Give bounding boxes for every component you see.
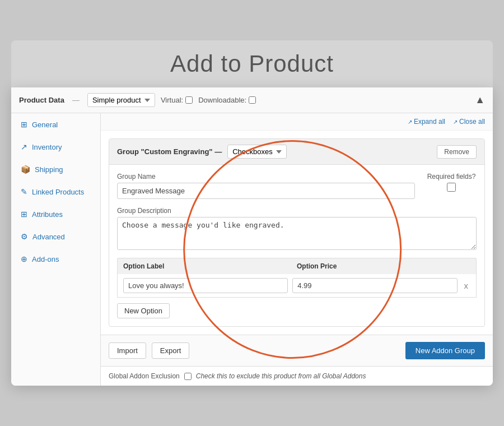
delete-option-button[interactable]: x — [462, 280, 471, 291]
option-label-header: Option Label — [123, 262, 297, 270]
collapse-button[interactable]: ▲ — [475, 94, 485, 106]
option-price-input[interactable] — [292, 278, 457, 293]
group-name-label: Group Name — [117, 173, 415, 180]
inventory-icon: ↗ — [21, 142, 27, 151]
product-data-bar: Product Data — Simple product Virtual: D… — [11, 87, 493, 113]
global-addon-label: Global Addon Exclusion — [109, 372, 180, 380]
export-button[interactable]: Export — [152, 342, 190, 359]
group-name-input[interactable] — [117, 183, 415, 199]
shipping-icon: 📦 — [21, 165, 30, 174]
sidebar-item-advanced[interactable]: ⚙ Advanced — [11, 225, 100, 248]
group-name-row: Group Name Required fields? — [117, 173, 477, 199]
downloadable-label: Downloadable: — [198, 96, 256, 104]
global-addon-bar: Global Addon Exclusion Check this to exc… — [101, 366, 493, 386]
sidebar-item-general[interactable]: ⊞ General — [11, 113, 100, 136]
group-card: Group "Custom Engraving" — Checkboxes Re… — [109, 138, 485, 327]
global-addon-description: Check this to exclude this product from … — [196, 372, 366, 380]
new-addon-group-button[interactable]: New Addon Group — [405, 342, 485, 359]
group-description-field: Group Description — [117, 207, 477, 250]
addons-icon: ⊕ — [21, 254, 27, 263]
new-option-button[interactable]: New Option — [117, 303, 170, 318]
product-data-dash: — — [72, 96, 80, 104]
group-type-select[interactable]: Checkboxes — [227, 145, 287, 159]
page-title: Add to Product — [11, 40, 493, 87]
sidebar: ⊞ General ↗ Inventory 📦 Shipping ✎ Linke… — [11, 113, 101, 386]
remove-button[interactable]: Remove — [437, 145, 477, 159]
product-type-select[interactable]: Simple product — [87, 93, 155, 107]
required-label: Required fields? — [427, 173, 476, 180]
group-description-textarea[interactable] — [117, 217, 477, 250]
group-body: Group Name Required fields? Group Descri… — [109, 165, 484, 326]
advanced-icon: ⚙ — [21, 232, 28, 241]
general-icon: ⊞ — [21, 120, 27, 129]
expand-close-bar: ↗ Expand all ↗ Close all — [101, 113, 493, 131]
product-data-label: Product Data — [19, 96, 64, 104]
options-table-header: Option Label Option Price — [117, 258, 477, 274]
group-name-field: Group Name — [117, 173, 415, 199]
group-title: Group "Custom Engraving" — — [117, 147, 222, 156]
required-fields-group: Required fields? — [426, 173, 477, 192]
required-checkbox[interactable] — [447, 183, 456, 192]
sidebar-item-linked-products[interactable]: ✎ Linked Products — [11, 180, 100, 203]
footer-bar: Import Export New Addon Group — [101, 335, 493, 366]
global-addon-checkbox[interactable] — [184, 373, 192, 380]
main-area: ⊞ General ↗ Inventory 📦 Shipping ✎ Linke… — [11, 113, 493, 386]
sidebar-item-attributes[interactable]: ⊞ Attributes — [11, 203, 100, 225]
expand-all-link[interactable]: ↗ Expand all — [408, 118, 445, 126]
import-button[interactable]: Import — [109, 342, 146, 359]
sidebar-item-addons[interactable]: ⊕ Add-ons — [11, 248, 100, 270]
sidebar-item-shipping[interactable]: 📦 Shipping — [11, 158, 100, 180]
group-description-label: Group Description — [117, 207, 477, 215]
group-header: Group "Custom Engraving" — Checkboxes Re… — [109, 139, 484, 165]
content-panel: ↗ Expand all ↗ Close all Group "Custom E… — [101, 113, 493, 386]
option-price-header: Option Price — [297, 262, 470, 270]
virtual-checkbox[interactable] — [185, 96, 193, 104]
sidebar-item-inventory[interactable]: ↗ Inventory — [11, 136, 100, 158]
option-label-input[interactable] — [123, 278, 288, 293]
downloadable-checkbox[interactable] — [249, 96, 256, 104]
virtual-label: Virtual: — [161, 96, 193, 104]
table-row: x — [117, 274, 477, 298]
attributes-icon: ⊞ — [21, 210, 27, 219]
close-all-link[interactable]: ↗ Close all — [453, 118, 485, 126]
linked-products-icon: ✎ — [21, 187, 27, 196]
